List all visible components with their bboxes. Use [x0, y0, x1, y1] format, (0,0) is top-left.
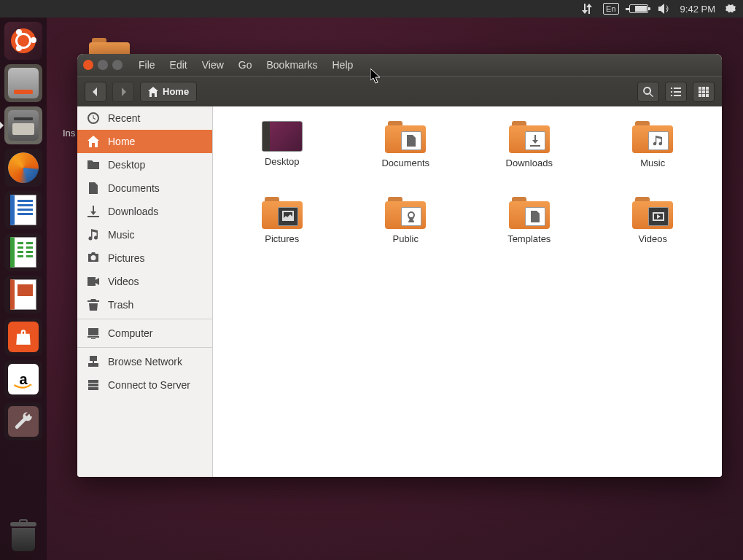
sidebar-label: Documents	[108, 182, 160, 194]
folder-icon	[385, 197, 426, 229]
sidebar-item-music[interactable]: Music	[77, 223, 212, 246]
view-grid-button[interactable]	[693, 82, 715, 102]
video-icon	[87, 276, 99, 287]
sidebar-item-trash[interactable]: Trash	[77, 293, 212, 316]
view-list-button[interactable]	[665, 82, 687, 102]
sidebar-label: Pictures	[108, 252, 145, 264]
sidebar-item-connect-to-server[interactable]: Connect to Server	[77, 373, 212, 397]
sidebar-item-documents[interactable]: Documents	[77, 176, 212, 200]
sidebar-label: Browse Network	[108, 356, 182, 368]
launcher: a	[0, 18, 47, 560]
writer-icon	[10, 195, 36, 225]
launcher-files[interactable]	[4, 106, 42, 144]
launcher-impress[interactable]	[4, 276, 42, 314]
sidebar-label: Trash	[108, 299, 133, 311]
sidebar-item-pictures[interactable]: Pictures	[77, 246, 212, 270]
launcher-software[interactable]	[4, 318, 42, 356]
menu-view[interactable]: View	[198, 58, 228, 72]
folder-desktop[interactable]: Desktop	[238, 121, 326, 187]
launcher-trash[interactable]	[4, 516, 42, 554]
sound-icon[interactable]	[658, 4, 670, 14]
launcher-amazon[interactable]: a	[4, 360, 42, 398]
sidebar-label: Home	[108, 136, 135, 147]
sidebar-item-recent[interactable]: Recent	[77, 106, 212, 130]
folder-icon	[87, 159, 99, 171]
folder-label: Desktop	[238, 156, 326, 167]
sidebar-label: Downloads	[108, 206, 158, 217]
folder-pictures[interactable]: Pictures	[238, 197, 326, 262]
launcher-settings[interactable]	[4, 402, 42, 440]
drawer-icon	[8, 110, 39, 141]
menubar: File Edit View Go Bookmarks Help	[134, 58, 357, 72]
folder-label: Public	[362, 233, 449, 244]
folder-label: Videos	[609, 233, 696, 244]
home-icon	[148, 87, 158, 97]
folder-view[interactable]: DesktopDocumentsDownloadsMusicPicturesPu…	[213, 106, 722, 477]
titlebar[interactable]: File Edit View Go Bookmarks Help	[77, 54, 722, 76]
minimize-button[interactable]	[98, 60, 108, 70]
search-button[interactable]	[637, 82, 659, 102]
maximize-button[interactable]	[112, 60, 122, 70]
trash-icon	[87, 299, 99, 311]
menu-go[interactable]: Go	[234, 58, 257, 72]
folder-icon	[385, 121, 426, 153]
back-button[interactable]	[85, 82, 106, 102]
firefox-icon	[8, 152, 39, 183]
folder-icon	[262, 197, 303, 229]
sidebar-label: Desktop	[108, 159, 145, 171]
menu-bookmarks[interactable]: Bookmarks	[262, 58, 322, 72]
folder-downloads[interactable]: Downloads	[486, 121, 573, 187]
location-home[interactable]: Home	[140, 82, 197, 102]
folder-label: Downloads	[486, 158, 573, 168]
bag-icon	[8, 322, 39, 352]
folder-icon	[509, 197, 550, 229]
network-icon	[87, 356, 99, 368]
sidebar: RecentHomeDesktopDocumentsDownloadsMusic…	[77, 106, 213, 477]
menu-help[interactable]: Help	[328, 58, 358, 72]
language-indicator[interactable]: En	[603, 3, 618, 15]
toolbar: Home	[77, 76, 722, 106]
svg-point-0	[409, 213, 413, 217]
folder-public[interactable]: Public	[362, 197, 449, 262]
gear-icon[interactable]	[726, 4, 736, 14]
folder-music[interactable]: Music	[609, 121, 696, 187]
music-icon	[87, 229, 99, 241]
sidebar-item-browse-network[interactable]: Browse Network	[77, 350, 212, 373]
folder-videos[interactable]: Videos	[609, 197, 696, 262]
nautilus-window: File Edit View Go Bookmarks Help Home Re…	[77, 54, 722, 477]
location-label: Home	[163, 86, 189, 97]
folder-icon	[509, 121, 550, 153]
sidebar-label: Music	[108, 229, 135, 241]
menu-file[interactable]: File	[134, 58, 160, 72]
launcher-dash[interactable]	[4, 22, 42, 60]
home-icon	[87, 136, 99, 147]
ubuntu-icon	[11, 28, 36, 53]
folder-icon	[632, 121, 673, 153]
amazon-icon: a	[8, 364, 39, 394]
sidebar-item-videos[interactable]: Videos	[77, 270, 212, 293]
launcher-firefox[interactable]	[4, 149, 42, 187]
impress-icon	[10, 279, 36, 310]
launcher-writer[interactable]	[4, 191, 42, 229]
network-icon[interactable]	[581, 4, 593, 14]
launcher-calc[interactable]	[4, 233, 42, 271]
folder-documents[interactable]: Documents	[362, 121, 449, 187]
folder-icon	[632, 197, 673, 229]
folder-templates[interactable]: Templates	[486, 197, 573, 262]
battery-icon[interactable]	[629, 4, 648, 13]
forward-button[interactable]	[112, 82, 134, 102]
sidebar-item-computer[interactable]: Computer	[77, 322, 212, 345]
sidebar-item-home[interactable]: Home	[77, 130, 212, 153]
clock[interactable]: 9:42 PM	[680, 4, 715, 15]
sidebar-item-desktop[interactable]: Desktop	[77, 153, 212, 176]
close-button[interactable]	[83, 60, 93, 70]
server-icon	[87, 379, 99, 391]
sidebar-item-downloads[interactable]: Downloads	[77, 200, 212, 223]
trash-icon	[9, 519, 38, 551]
menu-edit[interactable]: Edit	[166, 58, 192, 72]
launcher-install[interactable]	[4, 64, 42, 102]
calc-icon	[10, 237, 36, 268]
sidebar-label: Recent	[108, 112, 140, 124]
download-icon	[87, 206, 99, 217]
wrench-icon	[8, 406, 39, 437]
